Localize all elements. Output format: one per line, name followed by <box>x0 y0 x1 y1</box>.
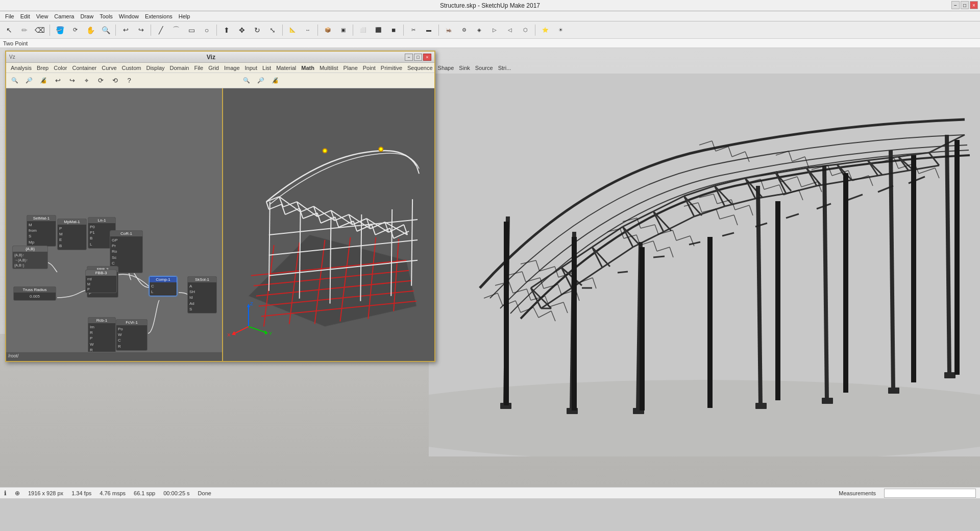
viz-menu-list[interactable]: List <box>260 65 274 71</box>
viz-connect-btn-2[interactable]: ⟲ <box>108 75 121 87</box>
menu-file[interactable]: File <box>2 13 17 19</box>
solid-tool[interactable]: ◼ <box>386 23 401 37</box>
viz-zoom-btn[interactable]: ⌖ <box>80 75 93 87</box>
preview-panel[interactable]: Z X Y <box>223 88 434 361</box>
scale-tool[interactable]: ⤡ <box>265 23 280 37</box>
viz-menu-shape[interactable]: Shape <box>435 65 457 71</box>
circle-tool[interactable]: ○ <box>200 23 214 37</box>
viz-menu-container[interactable]: Container <box>70 65 100 71</box>
viz-preview-tool-3[interactable]: 🔏 <box>268 75 282 87</box>
measurements-input[interactable] <box>884 489 976 498</box>
gh-icon-3[interactable]: ◈ <box>472 23 486 37</box>
viz-menu-multilist[interactable]: Multilist <box>317 65 341 71</box>
viz-menu-input[interactable]: Input <box>242 65 260 71</box>
viz-menu-analysis[interactable]: Analysis <box>8 65 34 71</box>
viz-close-btn[interactable]: × <box>423 54 431 61</box>
move-tool[interactable]: ✥ <box>235 23 249 37</box>
push-tool[interactable]: ⬆ <box>219 23 234 37</box>
minimize-button[interactable]: − <box>951 1 960 9</box>
viz-menu-curve[interactable]: Curve <box>99 65 119 71</box>
gh-icon-1[interactable]: 🦗 <box>442 23 456 37</box>
zoom-tool[interactable]: 🔍 <box>99 23 113 37</box>
viz-menu-color[interactable]: Color <box>51 65 69 71</box>
viz-search-btn-1[interactable]: 🔍 <box>8 75 21 87</box>
section-plane-tool[interactable]: ▬ <box>422 23 436 37</box>
select-tool[interactable]: ↖ <box>2 23 16 37</box>
line-tool[interactable]: ╱ <box>154 23 168 37</box>
menu-draw[interactable]: Draw <box>77 13 96 19</box>
redo-tool[interactable]: ↪ <box>134 23 148 37</box>
plugin-btn-1[interactable]: ▷ <box>487 23 502 37</box>
viz-connect-btn-1[interactable]: ⟳ <box>94 75 107 87</box>
menu-camera[interactable]: Camera <box>51 13 77 19</box>
menu-edit[interactable]: Edit <box>17 13 33 19</box>
node-setmat-1[interactable]: SetMat-1 MfromSMp <box>27 215 56 247</box>
render-btn-1[interactable]: ⭐ <box>538 23 552 37</box>
node-expression-1[interactable]: {A,B} {A,B}↑→(A,B)↑{A,B↑} <box>12 246 48 269</box>
node-fbb-3[interactable]: FBB-3 rrdMP <box>85 270 117 293</box>
undo-tool[interactable]: ↩ <box>118 23 133 37</box>
viz-search-btn-3[interactable]: 🔏 <box>37 75 50 87</box>
xray-tool[interactable]: ⬜ <box>356 23 370 37</box>
group-tool[interactable]: ▣ <box>336 23 350 37</box>
node-editor[interactable]: SetMat-1 MfromSMp MpMat-1 PMEB Ln-1 P0P1… <box>6 88 223 361</box>
paint-tool[interactable]: 🪣 <box>53 23 67 37</box>
viz-menu-point[interactable]: Point <box>360 65 378 71</box>
viz-menu-custom[interactable]: Custom <box>119 65 144 71</box>
restore-button[interactable]: □ <box>961 1 969 9</box>
viz-menu-display[interactable]: Display <box>143 65 167 71</box>
dimension-tool[interactable]: ↔ <box>301 23 315 37</box>
viz-menu-domain[interactable]: Domain <box>167 65 192 71</box>
viz-menu-stri[interactable]: Stri... <box>496 65 514 71</box>
viz-menu-sequence[interactable]: Sequence <box>405 65 435 71</box>
msps-info: 4.76 msps <box>100 490 126 496</box>
viz-menu-image[interactable]: Image <box>222 65 242 71</box>
plugin-btn-2[interactable]: ◁ <box>503 23 517 37</box>
node-fcvr-1[interactable]: FcVr-1 PoWCR <box>116 319 148 351</box>
menu-view[interactable]: View <box>33 13 52 19</box>
gh-icon-2[interactable]: ⚙ <box>457 23 471 37</box>
viz-undo-btn[interactable]: ↩ <box>51 75 64 87</box>
menu-window[interactable]: Window <box>116 13 142 19</box>
rotate-tool[interactable]: ↻ <box>250 23 264 37</box>
viz-preview-tool-2[interactable]: 🔎 <box>254 75 267 87</box>
component-tool[interactable]: 📦 <box>321 23 335 37</box>
viz-minimize-btn[interactable]: − <box>405 54 413 61</box>
status-info: Done <box>198 490 211 496</box>
viz-menu-primitive[interactable]: Primitive <box>378 65 405 71</box>
render-btn-2[interactable]: ☀ <box>553 23 568 37</box>
eraser-tool[interactable]: ⌫ <box>33 23 47 37</box>
measure-tool[interactable]: 📐 <box>285 23 300 37</box>
viz-search-btn-2[interactable]: 🔎 <box>22 75 36 87</box>
section-tool[interactable]: ✂ <box>406 23 421 37</box>
close-button[interactable]: × <box>970 1 978 9</box>
viz-menu-source[interactable]: Source <box>473 65 496 71</box>
viz-menu-material[interactable]: Material <box>274 65 299 71</box>
rect-tool[interactable]: ▭ <box>184 23 199 37</box>
viz-menu-plane[interactable]: Plane <box>341 65 360 71</box>
orbit-tool[interactable]: ⟳ <box>68 23 82 37</box>
pencil-tool[interactable]: ✏ <box>17 23 32 37</box>
arc-tool[interactable]: ⌒ <box>169 23 183 37</box>
menu-help[interactable]: Help <box>176 13 193 19</box>
viz-help-btn[interactable]: ? <box>122 75 136 87</box>
node-comp-1[interactable]: Comp-1 CL <box>149 276 177 296</box>
viz-menu-grid[interactable]: Grid <box>206 65 222 71</box>
viz-menu-math[interactable]: Math <box>299 65 317 71</box>
viz-menu-file[interactable]: File <box>191 65 206 71</box>
node-rcb-1[interactable]: Rcb-1 ImRPWR <box>88 317 116 354</box>
menu-tools[interactable]: Tools <box>96 13 116 19</box>
plugin-btn-3[interactable]: ⬡ <box>518 23 532 37</box>
viz-restore-btn[interactable]: □ <box>414 54 422 61</box>
menu-extensions[interactable]: Extensions <box>142 13 176 19</box>
node-sksol-1[interactable]: SkSol-1 ASHIdAdS <box>187 276 217 313</box>
wireframe-tool[interactable]: ⬛ <box>371 23 385 37</box>
sketchup-viewport[interactable]: Vz Viz − □ × Analysis Brep Color Contain… <box>0 48 980 498</box>
node-mpmat-1[interactable]: MpMat-1 PMEB <box>57 219 87 250</box>
viz-redo-btn[interactable]: ↪ <box>65 75 79 87</box>
viz-menu-sink[interactable]: Sink <box>456 65 472 71</box>
node-truss-radius[interactable]: Truss Radius 0.005 <box>13 286 56 301</box>
viz-preview-tool-1[interactable]: 🔍 <box>240 75 253 87</box>
viz-menu-brep[interactable]: Brep <box>34 65 51 71</box>
pan-tool[interactable]: ✋ <box>83 23 97 37</box>
